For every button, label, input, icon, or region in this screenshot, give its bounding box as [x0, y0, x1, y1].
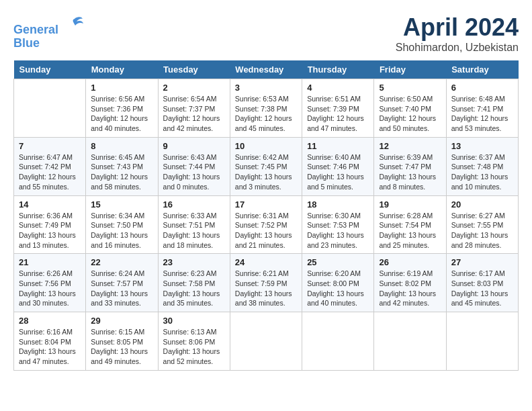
day-info: Sunrise: 6:34 AM Sunset: 7:50 PM Dayligh…: [91, 211, 152, 250]
calendar-cell: [302, 312, 374, 371]
day-info: Sunrise: 6:27 AM Sunset: 7:55 PM Dayligh…: [451, 211, 513, 250]
weekday-header-saturday: Saturday: [446, 60, 518, 79]
weekday-header-thursday: Thursday: [302, 60, 374, 79]
day-number: 8: [91, 141, 152, 151]
day-number: 1: [91, 83, 152, 93]
logo-blue: Blue: [13, 36, 40, 50]
calendar-cell: 19Sunrise: 6:28 AM Sunset: 7:54 PM Dayli…: [374, 195, 446, 254]
logo-bird-icon: [64, 13, 85, 34]
day-info: Sunrise: 6:28 AM Sunset: 7:54 PM Dayligh…: [379, 211, 441, 250]
title-block: April 2024 Shohimardon, Uzbekistan: [396, 13, 519, 54]
calendar-cell: 15Sunrise: 6:34 AM Sunset: 7:50 PM Dayli…: [86, 195, 158, 254]
day-info: Sunrise: 6:47 AM Sunset: 7:42 PM Dayligh…: [19, 152, 81, 192]
calendar-cell: 29Sunrise: 6:15 AM Sunset: 8:05 PM Dayli…: [86, 312, 158, 371]
day-info: Sunrise: 6:36 AM Sunset: 7:49 PM Dayligh…: [19, 211, 81, 250]
day-info: Sunrise: 6:48 AM Sunset: 7:41 PM Dayligh…: [451, 94, 513, 134]
location-subtitle: Shohimardon, Uzbekistan: [396, 42, 519, 54]
day-number: 2: [163, 83, 225, 93]
day-number: 17: [235, 199, 297, 210]
day-info: Sunrise: 6:31 AM Sunset: 7:52 PM Dayligh…: [235, 211, 297, 250]
calendar-cell: 2Sunrise: 6:54 AM Sunset: 7:37 PM Daylig…: [158, 79, 230, 138]
day-number: 9: [163, 141, 225, 151]
day-number: 18: [307, 199, 369, 210]
logo: General Blue: [13, 13, 85, 50]
month-title: April 2024: [396, 13, 519, 42]
day-number: 24: [235, 257, 297, 267]
calendar-cell: 23Sunrise: 6:23 AM Sunset: 7:58 PM Dayli…: [158, 254, 230, 312]
day-info: Sunrise: 6:21 AM Sunset: 7:59 PM Dayligh…: [235, 269, 297, 308]
day-info: Sunrise: 6:20 AM Sunset: 8:00 PM Dayligh…: [307, 269, 369, 308]
day-number: 10: [235, 141, 297, 151]
calendar-cell: 26Sunrise: 6:19 AM Sunset: 8:02 PM Dayli…: [374, 254, 446, 312]
day-info: Sunrise: 6:56 AM Sunset: 7:36 PM Dayligh…: [91, 94, 152, 134]
calendar-cell: 7Sunrise: 6:47 AM Sunset: 7:42 PM Daylig…: [14, 137, 86, 195]
day-info: Sunrise: 6:33 AM Sunset: 7:51 PM Dayligh…: [163, 211, 225, 250]
weekday-header-monday: Monday: [86, 60, 158, 79]
day-info: Sunrise: 6:16 AM Sunset: 8:04 PM Dayligh…: [19, 327, 81, 367]
calendar-cell: 27Sunrise: 6:17 AM Sunset: 8:03 PM Dayli…: [446, 254, 518, 312]
day-number: 7: [19, 141, 81, 151]
day-number: 19: [379, 199, 441, 210]
day-info: Sunrise: 6:15 AM Sunset: 8:05 PM Dayligh…: [91, 327, 152, 367]
day-number: 12: [379, 141, 441, 151]
calendar-cell: 4Sunrise: 6:51 AM Sunset: 7:39 PM Daylig…: [302, 79, 374, 138]
calendar-week-1: 1Sunrise: 6:56 AM Sunset: 7:36 PM Daylig…: [14, 79, 519, 138]
day-number: 28: [19, 316, 81, 326]
calendar-cell: 12Sunrise: 6:39 AM Sunset: 7:47 PM Dayli…: [374, 137, 446, 195]
day-info: Sunrise: 6:19 AM Sunset: 8:02 PM Dayligh…: [379, 269, 441, 308]
day-number: 5: [379, 83, 441, 93]
day-number: 6: [451, 83, 513, 93]
day-info: Sunrise: 6:39 AM Sunset: 7:47 PM Dayligh…: [379, 152, 441, 192]
day-info: Sunrise: 6:13 AM Sunset: 8:06 PM Dayligh…: [163, 327, 225, 367]
calendar-week-3: 14Sunrise: 6:36 AM Sunset: 7:49 PM Dayli…: [14, 195, 519, 254]
weekday-header-tuesday: Tuesday: [158, 60, 230, 79]
day-number: 13: [451, 141, 513, 151]
day-number: 21: [19, 257, 81, 267]
calendar-cell: 13Sunrise: 6:37 AM Sunset: 7:48 PM Dayli…: [446, 137, 518, 195]
day-info: Sunrise: 6:43 AM Sunset: 7:44 PM Dayligh…: [163, 152, 225, 192]
weekday-header-friday: Friday: [374, 60, 446, 79]
day-info: Sunrise: 6:53 AM Sunset: 7:38 PM Dayligh…: [235, 94, 297, 134]
calendar-cell: [374, 312, 446, 371]
calendar-cell: 25Sunrise: 6:20 AM Sunset: 8:00 PM Dayli…: [302, 254, 374, 312]
calendar-cell: 28Sunrise: 6:16 AM Sunset: 8:04 PM Dayli…: [14, 312, 86, 371]
weekday-header-row: SundayMondayTuesdayWednesdayThursdayFrid…: [14, 60, 519, 79]
day-number: 23: [163, 257, 225, 267]
day-info: Sunrise: 6:45 AM Sunset: 7:43 PM Dayligh…: [91, 152, 152, 192]
calendar-cell: 14Sunrise: 6:36 AM Sunset: 7:49 PM Dayli…: [14, 195, 86, 254]
calendar-cell: 3Sunrise: 6:53 AM Sunset: 7:38 PM Daylig…: [230, 79, 302, 138]
day-info: Sunrise: 6:23 AM Sunset: 7:58 PM Dayligh…: [163, 269, 225, 308]
logo-general: General: [13, 23, 58, 36]
weekday-header-wednesday: Wednesday: [230, 60, 302, 79]
day-info: Sunrise: 6:51 AM Sunset: 7:39 PM Dayligh…: [307, 94, 369, 134]
calendar-week-2: 7Sunrise: 6:47 AM Sunset: 7:42 PM Daylig…: [14, 137, 519, 195]
calendar-cell: 20Sunrise: 6:27 AM Sunset: 7:55 PM Dayli…: [446, 195, 518, 254]
day-info: Sunrise: 6:42 AM Sunset: 7:45 PM Dayligh…: [235, 152, 297, 192]
calendar-week-4: 21Sunrise: 6:26 AM Sunset: 7:56 PM Dayli…: [14, 254, 519, 312]
calendar-table: SundayMondayTuesdayWednesdayThursdayFrid…: [13, 60, 519, 371]
calendar-cell: 5Sunrise: 6:50 AM Sunset: 7:40 PM Daylig…: [374, 79, 446, 138]
calendar-cell: 6Sunrise: 6:48 AM Sunset: 7:41 PM Daylig…: [446, 79, 518, 138]
day-number: 27: [451, 257, 513, 267]
day-number: 15: [91, 199, 152, 210]
day-info: Sunrise: 6:54 AM Sunset: 7:37 PM Dayligh…: [163, 94, 225, 134]
calendar-cell: 16Sunrise: 6:33 AM Sunset: 7:51 PM Dayli…: [158, 195, 230, 254]
day-number: 14: [19, 199, 81, 210]
calendar-cell: [230, 312, 302, 371]
day-info: Sunrise: 6:50 AM Sunset: 7:40 PM Dayligh…: [379, 94, 441, 134]
day-info: Sunrise: 6:24 AM Sunset: 7:57 PM Dayligh…: [91, 269, 152, 308]
day-number: 25: [307, 257, 369, 267]
page-header: General Blue April 2024 Shohimardon, Uzb…: [13, 13, 519, 54]
calendar-cell: 8Sunrise: 6:45 AM Sunset: 7:43 PM Daylig…: [86, 137, 158, 195]
calendar-cell: 10Sunrise: 6:42 AM Sunset: 7:45 PM Dayli…: [230, 137, 302, 195]
day-number: 30: [163, 316, 225, 326]
calendar-cell: 9Sunrise: 6:43 AM Sunset: 7:44 PM Daylig…: [158, 137, 230, 195]
day-number: 4: [307, 83, 369, 93]
day-number: 20: [451, 199, 513, 210]
calendar-cell: 21Sunrise: 6:26 AM Sunset: 7:56 PM Dayli…: [14, 254, 86, 312]
day-info: Sunrise: 6:37 AM Sunset: 7:48 PM Dayligh…: [451, 152, 513, 192]
calendar-cell: 24Sunrise: 6:21 AM Sunset: 7:59 PM Dayli…: [230, 254, 302, 312]
day-number: 22: [91, 257, 152, 267]
day-info: Sunrise: 6:30 AM Sunset: 7:53 PM Dayligh…: [307, 211, 369, 250]
weekday-header-sunday: Sunday: [14, 60, 86, 79]
